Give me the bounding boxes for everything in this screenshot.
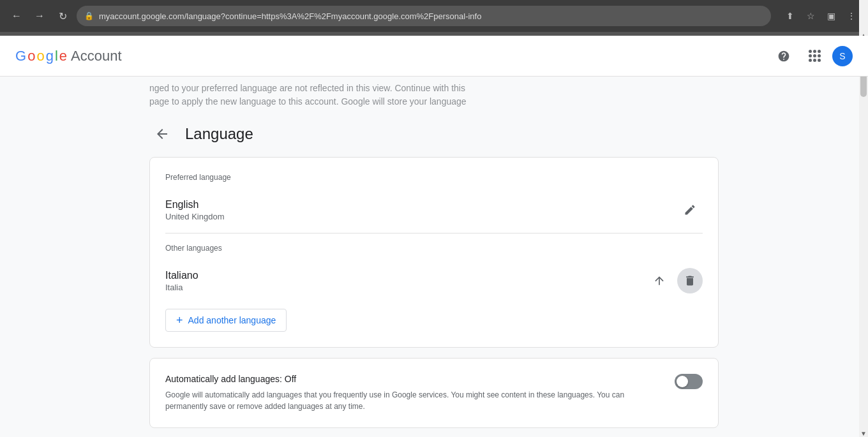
auto-languages-card: Automatically add languages: Off Google … [149,358,719,428]
menu-button[interactable]: ⋮ [842,7,860,25]
help-button[interactable] [771,43,797,69]
browser-actions: ⬆ ☆ ▣ ⋮ [781,7,860,25]
section-divider [165,233,703,233]
preferred-language-label: Preferred language [165,173,703,182]
other-language-region: Italia [165,283,198,292]
other-language-name: Italiano [165,270,198,281]
grid-dots-icon [809,50,821,62]
preferred-language-info: English United Kingdom [165,199,225,221]
toggle-section: Automatically add languages: Off Google … [165,374,703,412]
preferred-language-item: English United Kingdom [165,192,703,228]
google-account-logo[interactable]: Google Account [15,48,122,64]
page-header: Language [149,108,719,157]
app-header: Google Account S [0,36,868,77]
logo-letter-l: l [55,48,58,64]
refresh-button[interactable]: ↻ [54,7,71,25]
other-language-info: Italiano Italia [165,270,198,292]
move-up-language-button[interactable] [647,268,672,293]
preferred-language-name: English [165,199,225,211]
logo-letter-o1: o [27,48,35,64]
address-text: myaccount.google.com/language?continue=h… [99,11,763,21]
auto-languages-title: Automatically add languages: Off [165,374,659,384]
apps-button[interactable] [802,43,827,69]
layout-button[interactable]: ▣ [822,7,840,25]
logo-account-text: Account [71,48,122,64]
scroll-down-arrow[interactable]: ▼ [859,430,868,437]
bookmark-button[interactable]: ☆ [802,7,819,25]
auto-languages-description: Google will automatically add languages … [165,389,659,412]
forward-nav-button[interactable]: → [31,7,49,25]
plus-icon: + [176,315,183,326]
header-actions: S [771,43,853,69]
delete-language-button[interactable] [677,268,703,293]
add-another-language-button[interactable]: + Add another language [165,309,287,332]
logo-letter-g2: g [46,48,54,64]
page-title: Language [185,125,253,143]
share-button[interactable]: ⬆ [781,7,799,25]
logo-letter-o2: o [36,48,44,64]
language-card: Preferred language English United Kingdo… [149,157,719,348]
preferred-language-region: United Kingdom [165,212,225,221]
other-languages-label: Other languages [165,244,703,253]
toggle-thumb [677,376,688,387]
browser-chrome: ← → ↻ 🔒 myaccount.google.com/language?co… [0,0,868,32]
toggle-track [675,374,703,389]
preferred-language-actions [677,197,703,223]
address-bar[interactable]: 🔒 myaccount.google.com/language?continue… [77,6,771,26]
logo-letter-g: G [15,48,26,64]
edit-preferred-language-button[interactable] [677,197,703,223]
auto-languages-toggle[interactable] [675,374,703,389]
partial-description-text: nged to your preferred language are not … [149,77,719,108]
other-language-actions [647,268,703,293]
other-language-item: Italiano Italia [165,263,703,299]
user-avatar[interactable]: S [832,46,853,66]
lock-icon: 🔒 [84,11,94,20]
main-content: nged to your preferred language are not … [134,77,734,428]
toggle-text: Automatically add languages: Off Google … [165,374,659,412]
back-nav-button[interactable]: ← [8,7,26,25]
add-language-label: Add another language [188,315,276,325]
back-button[interactable] [149,121,175,147]
logo-letter-e: e [59,48,67,64]
